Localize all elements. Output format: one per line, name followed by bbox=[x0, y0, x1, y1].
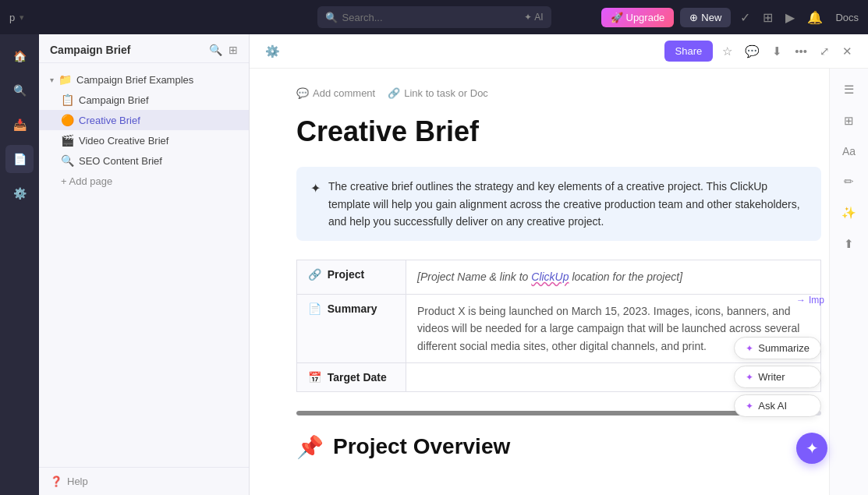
writer-button[interactable]: ✦ Writer bbox=[734, 366, 821, 388]
summarize-label: Summarize bbox=[758, 342, 810, 354]
help-icon: ❓ bbox=[50, 476, 62, 487]
doc-body: 💬 Add comment 🔗 Link to task or Doc Crea… bbox=[250, 69, 868, 495]
main-layout: 🏠 🔍 📥 📄 ⚙️ Campaign Brief 🔍 ⊞ ▾ 📁 Campai… bbox=[0, 34, 868, 495]
sidebar-inbox[interactable]: 📥 bbox=[5, 111, 34, 139]
help-label: Help bbox=[67, 476, 88, 487]
ai-panel: ✦ Summarize ✦ Writer ✦ Ask AI bbox=[734, 337, 821, 417]
project-value: [Project Name & link to ClickUp location… bbox=[417, 270, 682, 283]
doc-sidebar: Campaign Brief 🔍 ⊞ ▾ 📁 Campaign Brief Ex… bbox=[39, 34, 250, 495]
add-comment-label: Add comment bbox=[313, 87, 375, 99]
link-task-button[interactable]: 🔗 Link to task or Doc bbox=[388, 87, 488, 99]
tree-item-label: SEO Content Brief bbox=[79, 155, 162, 167]
writer-label: Writer bbox=[758, 371, 785, 383]
summary-icon: 📄 bbox=[308, 302, 321, 315]
imp-button[interactable]: → Imp bbox=[796, 295, 824, 306]
check-icon[interactable]: ✓ bbox=[737, 7, 753, 28]
upload-icon[interactable]: ⬆ bbox=[841, 234, 857, 254]
callout-icon: ✦ bbox=[310, 179, 321, 230]
sidebar-home[interactable]: 🏠 bbox=[5, 42, 34, 70]
grid-icon[interactable]: ⊞ bbox=[760, 7, 776, 28]
left-sidebar: 🏠 🔍 📥 📄 ⚙️ bbox=[0, 34, 39, 495]
ai-star-icon: ✦ bbox=[746, 372, 753, 383]
ai-star-icon: ✦ bbox=[746, 401, 753, 412]
magic-icon[interactable]: ✨ bbox=[838, 203, 859, 223]
layout-icon[interactable]: ⊞ bbox=[229, 44, 238, 56]
doc-content-wrapper: ⚙️ Share ☆ 💬 ⬇ ••• ⤢ ✕ 💬 Add comment 🔗 L… bbox=[250, 34, 868, 495]
download-icon[interactable]: ⬇ bbox=[769, 41, 785, 62]
chevron-down-icon: ▾ bbox=[50, 76, 54, 84]
list-icon[interactable]: ☰ bbox=[841, 80, 857, 100]
doc-callout: ✦ The creative brief outlines the strate… bbox=[296, 167, 821, 241]
add-page-button[interactable]: + Add page bbox=[39, 171, 249, 192]
doc-sidebar-actions: 🔍 ⊞ bbox=[209, 44, 238, 56]
doc-sidebar-title: Campaign Brief bbox=[50, 44, 130, 56]
doc-tree: ▾ 📁 Campaign Brief Examples 📋 Campaign B… bbox=[39, 63, 249, 467]
doc-sidebar-header: Campaign Brief 🔍 ⊞ bbox=[39, 34, 249, 63]
doc-title: Creative Brief bbox=[296, 115, 821, 148]
callout-text: The creative brief outlines the strategy… bbox=[328, 178, 807, 230]
creative-brief-icon: 🟠 bbox=[61, 114, 74, 126]
sidebar-docs[interactable]: 📄 bbox=[5, 145, 34, 173]
bell-icon[interactable]: 🔔 bbox=[804, 7, 826, 28]
video-icon[interactable]: ▶ bbox=[782, 7, 798, 28]
search-bar[interactable]: 🔍 ✦ AI bbox=[317, 6, 551, 28]
topbar-right: 🚀 Upgrade ⊕ New ✓ ⊞ ▶ 🔔 Docs bbox=[601, 7, 859, 28]
upgrade-button[interactable]: 🚀 Upgrade bbox=[601, 8, 674, 27]
table-cell-label: 🔗 Project bbox=[297, 260, 406, 294]
tree-root-label: Campaign Brief Examples bbox=[76, 74, 193, 86]
ai-star-icon: ✦ bbox=[746, 343, 753, 354]
section-icon: 📌 bbox=[296, 434, 324, 460]
app-label: p bbox=[9, 12, 15, 23]
tree-item-creative-brief[interactable]: 🟠 Creative Brief bbox=[39, 110, 249, 130]
ask-ai-label: Ask AI bbox=[758, 400, 787, 412]
doc-actions-row: 💬 Add comment 🔗 Link to task or Doc bbox=[296, 87, 821, 99]
search-icon[interactable]: 🔍 bbox=[209, 44, 222, 56]
sidebar-search[interactable]: 🔍 bbox=[5, 76, 34, 104]
tree-item-label: Creative Brief bbox=[79, 115, 140, 126]
app-logo-area: p ▾ bbox=[9, 12, 56, 23]
imp-icon: → bbox=[796, 295, 806, 306]
help-button[interactable]: ❓ Help bbox=[39, 467, 249, 495]
comment-icon[interactable]: 💬 bbox=[742, 41, 763, 62]
doc-toolbar: ⚙️ Share ☆ 💬 ⬇ ••• ⤢ ✕ bbox=[250, 34, 868, 69]
edit-icon[interactable]: ✏ bbox=[841, 171, 857, 192]
search-input[interactable] bbox=[342, 12, 483, 23]
more-icon[interactable]: ••• bbox=[792, 41, 810, 61]
tree-item-seo-content-brief[interactable]: 🔍 SEO Content Brief bbox=[39, 150, 249, 171]
settings-icon[interactable]: ⚙️ bbox=[262, 41, 283, 62]
close-icon[interactable]: ✕ bbox=[839, 41, 856, 62]
tree-root-item[interactable]: ▾ 📁 Campaign Brief Examples bbox=[39, 69, 249, 90]
add-comment-button[interactable]: 💬 Add comment bbox=[296, 87, 375, 99]
summarize-button[interactable]: ✦ Summarize bbox=[734, 337, 821, 359]
section-heading: 📌 Project Overview bbox=[296, 434, 821, 460]
share-button[interactable]: Share bbox=[664, 41, 714, 62]
table-cell-label: 📅 Target Date bbox=[297, 362, 406, 391]
project-icon: 🔗 bbox=[308, 268, 321, 281]
ai-label[interactable]: ✦ AI bbox=[524, 12, 543, 23]
expand-icon[interactable]: ⤢ bbox=[817, 41, 833, 62]
fab-button[interactable]: ✦ bbox=[796, 433, 827, 464]
search-icon: 🔍 bbox=[325, 12, 338, 23]
tree-item-video-creative-brief[interactable]: 🎬 Video Creative Brief bbox=[39, 130, 249, 150]
imp-label: Imp bbox=[809, 295, 824, 306]
table-cell-value[interactable]: [Project Name & link to ClickUp location… bbox=[406, 260, 821, 294]
section-heading-text: Project Overview bbox=[333, 434, 510, 459]
fab-icon: ✦ bbox=[806, 439, 819, 458]
new-button[interactable]: ⊕ New bbox=[680, 8, 731, 27]
tree-item-campaign-brief[interactable]: 📋 Campaign Brief bbox=[39, 90, 249, 110]
docs-label: Docs bbox=[835, 12, 859, 23]
comment-icon: 💬 bbox=[296, 87, 309, 99]
progress-bar-fill bbox=[296, 411, 742, 415]
ask-ai-button[interactable]: ✦ Ask AI bbox=[734, 394, 821, 417]
font-icon[interactable]: Aa bbox=[839, 142, 859, 161]
sidebar-settings[interactable]: ⚙️ bbox=[5, 179, 34, 207]
video-icon: 🎬 bbox=[61, 134, 74, 147]
star-icon[interactable]: ☆ bbox=[719, 41, 735, 62]
calendar-icon: 📅 bbox=[308, 371, 321, 384]
link-task-label: Link to task or Doc bbox=[404, 87, 488, 99]
link-icon: 🔗 bbox=[388, 87, 400, 99]
right-panel: ☰ ⊞ Aa ✏ ✨ ⬆ bbox=[829, 69, 868, 495]
tree-item-label: Video Creative Brief bbox=[79, 135, 168, 147]
topbar: p ▾ 🔍 ✦ AI 🚀 Upgrade ⊕ New ✓ ⊞ ▶ 🔔 Docs bbox=[0, 0, 868, 34]
grid-icon[interactable]: ⊞ bbox=[841, 111, 857, 131]
